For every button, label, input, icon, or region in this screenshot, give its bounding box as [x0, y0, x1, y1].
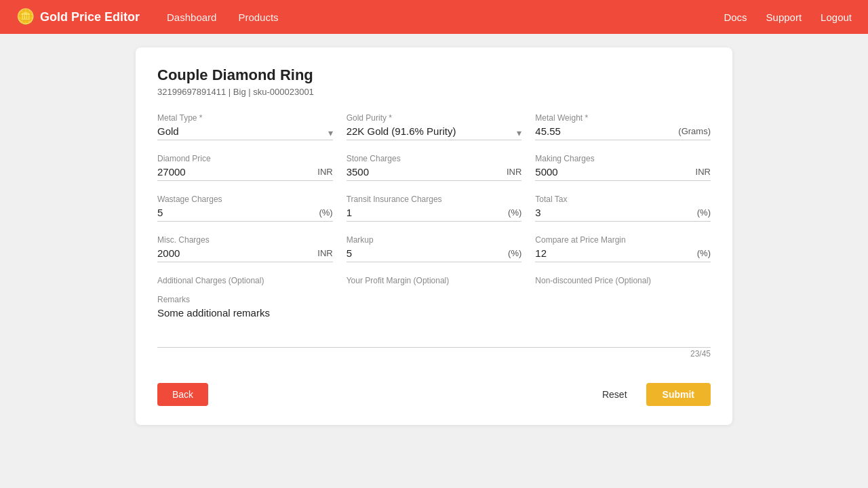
total-tax-input[interactable] [535, 207, 692, 218]
nav-support[interactable]: Support [766, 12, 802, 23]
submit-button[interactable]: Submit [646, 383, 711, 406]
making-charges-suffix: INR [696, 167, 711, 177]
gold-purity-select[interactable]: 22K Gold (91.6% Purity) 18K Gold (75% Pu… [347, 125, 522, 137]
non-discounted-label: Non-discounted Price (Optional) [535, 276, 711, 285]
wastage-charges-field: Wastage Charges (%) [157, 195, 333, 222]
remarks-textarea[interactable] [157, 307, 711, 348]
remarks-field: Remarks 23/45 [157, 295, 711, 359]
metal-weight-label: Metal Weight * [535, 113, 711, 123]
total-tax-suffix: (%) [697, 207, 711, 218]
markup-label: Markup [347, 235, 522, 245]
metal-type-wrap: Gold Silver Platinum [157, 125, 333, 140]
profit-margin-optional: Your Profit Margin (Optional) [347, 276, 522, 289]
transit-insurance-wrap: (%) [347, 207, 522, 222]
char-count: 23/45 [157, 349, 711, 359]
misc-charges-input[interactable] [157, 247, 313, 259]
footer-right: Reset Submit [593, 383, 711, 406]
metal-type-select[interactable]: Gold Silver Platinum [157, 125, 333, 137]
metal-weight-suffix: (Grams) [678, 126, 711, 136]
stone-charges-input[interactable] [347, 166, 502, 178]
product-title: Couple Diamond Ring [157, 66, 711, 84]
making-charges-field: Making Charges INR [535, 154, 711, 181]
metal-weight-input[interactable] [535, 125, 674, 137]
gold-purity-field: Gold Purity * 22K Gold (91.6% Purity) 18… [347, 113, 522, 140]
making-charges-wrap: INR [535, 166, 711, 181]
markup-input[interactable] [347, 247, 504, 259]
brand-name: Gold Price Editor [40, 10, 140, 24]
compare-price-wrap: (%) [535, 247, 711, 262]
metal-weight-field: Metal Weight * (Grams) [535, 113, 711, 140]
form-grid: Metal Type * Gold Silver Platinum Gold P… [157, 113, 711, 372]
misc-charges-wrap: INR [157, 247, 333, 262]
nav-right: Docs Support Logout [724, 12, 852, 23]
wastage-charges-suffix: (%) [319, 207, 332, 218]
stone-charges-wrap: INR [347, 166, 522, 181]
diamond-price-suffix: INR [317, 167, 332, 177]
additional-charges-label: Additional Charges (Optional) [157, 276, 333, 285]
misc-charges-field: Misc. Charges INR [157, 235, 333, 262]
diamond-price-label: Diamond Price [157, 154, 333, 163]
diamond-price-field: Diamond Price INR [157, 154, 333, 181]
diamond-price-wrap: INR [157, 166, 333, 181]
total-tax-label: Total Tax [535, 195, 711, 204]
wastage-charges-wrap: (%) [157, 207, 333, 222]
metal-weight-wrap: (Grams) [535, 125, 711, 140]
misc-charges-suffix: INR [317, 248, 332, 258]
transit-insurance-label: Transit Insurance Charges [347, 195, 522, 204]
diamond-price-input[interactable] [157, 166, 313, 178]
markup-wrap: (%) [347, 247, 522, 262]
nav-dashboard[interactable]: Dashboard [167, 12, 216, 23]
total-tax-field: Total Tax (%) [535, 195, 711, 222]
markup-field: Markup (%) [347, 235, 522, 262]
remarks-label: Remarks [157, 295, 711, 304]
stone-charges-suffix: INR [507, 167, 521, 177]
back-button[interactable]: Back [157, 383, 208, 406]
additional-charges-optional: Additional Charges (Optional) [157, 276, 333, 289]
nav-links: Dashboard Products [167, 12, 724, 23]
making-charges-input[interactable] [535, 166, 691, 178]
transit-insurance-input[interactable] [347, 207, 504, 218]
stone-charges-label: Stone Charges [347, 154, 522, 163]
total-tax-wrap: (%) [535, 207, 711, 222]
wastage-charges-input[interactable] [157, 207, 315, 218]
page-content: Couple Diamond Ring 32199697891411 | Big… [0, 34, 868, 439]
nav-docs[interactable]: Docs [724, 12, 747, 23]
metal-type-field: Metal Type * Gold Silver Platinum [157, 113, 333, 140]
non-discounted-optional: Non-discounted Price (Optional) [535, 276, 711, 289]
compare-price-label: Compare at Price Margin [535, 235, 711, 245]
reset-button[interactable]: Reset [593, 383, 637, 406]
misc-charges-label: Misc. Charges [157, 235, 333, 245]
gold-purity-label: Gold Purity * [347, 113, 522, 123]
gold-purity-wrap: 22K Gold (91.6% Purity) 18K Gold (75% Pu… [347, 125, 522, 140]
navbar: 🪙 Gold Price Editor Dashboard Products D… [0, 0, 868, 34]
brand-icon: 🪙 [16, 8, 35, 26]
transit-insurance-suffix: (%) [508, 207, 521, 218]
profit-margin-label: Your Profit Margin (Optional) [347, 276, 522, 285]
wastage-charges-label: Wastage Charges [157, 195, 333, 204]
making-charges-label: Making Charges [535, 154, 711, 163]
compare-price-suffix: (%) [697, 248, 711, 258]
transit-insurance-field: Transit Insurance Charges (%) [347, 195, 522, 222]
nav-products[interactable]: Products [238, 12, 278, 23]
product-meta: 32199697891411 | Big | sku-000023001 [157, 87, 711, 97]
nav-logout[interactable]: Logout [821, 12, 852, 23]
compare-price-field: Compare at Price Margin (%) [535, 235, 711, 262]
form-card: Couple Diamond Ring 32199697891411 | Big… [136, 47, 732, 425]
metal-type-label: Metal Type * [157, 113, 333, 123]
stone-charges-field: Stone Charges INR [347, 154, 522, 181]
form-footer: Back Reset Submit [157, 383, 711, 406]
compare-price-input[interactable] [535, 247, 692, 259]
markup-suffix: (%) [508, 248, 521, 258]
brand: 🪙 Gold Price Editor [16, 8, 140, 26]
